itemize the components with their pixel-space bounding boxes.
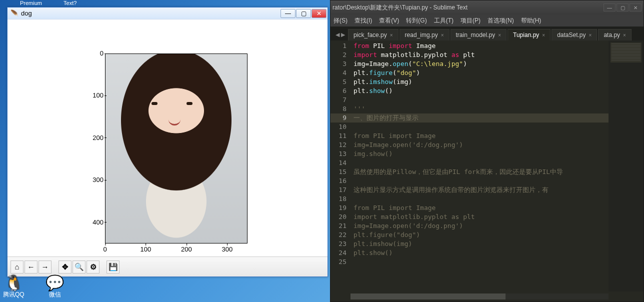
- menu-item[interactable]: 项目(P): [460, 16, 480, 25]
- line-number: 8: [330, 104, 346, 114]
- line-number: 6: [330, 86, 346, 96]
- sublime-minimap[interactable]: [608, 40, 644, 292]
- mpl-window-controls: — ▢ ✕: [280, 9, 326, 18]
- line-number: 4: [330, 68, 346, 78]
- tab-label: read_img.py: [405, 32, 438, 38]
- x-tick-label: 0: [103, 246, 106, 253]
- tab-label: ata.py: [604, 32, 620, 38]
- sublime-window-controls: — ▢ ✕: [604, 4, 642, 12]
- tab-close-icon[interactable]: ×: [623, 32, 626, 38]
- close-button[interactable]: ✕: [312, 9, 326, 18]
- toolbar-forward-button[interactable]: →: [38, 260, 52, 274]
- line-number: 18: [330, 194, 346, 204]
- y-tick-label: 300: [92, 176, 104, 184]
- menu-item[interactable]: 择(S): [334, 16, 348, 25]
- top-tab[interactable]: Premium: [20, 0, 42, 6]
- menu-item[interactable]: 查找(I): [354, 16, 372, 25]
- scrollbar-thumb[interactable]: [350, 294, 506, 300]
- line-number: 20: [330, 212, 346, 222]
- x-tick-label: 100: [140, 246, 152, 253]
- maximize-button[interactable]: ▢: [616, 4, 628, 12]
- line-number: 7: [330, 96, 346, 104]
- toolbar-save-button[interactable]: 💾: [106, 260, 120, 274]
- mpl-canvas[interactable]: 0100200300400 0100200300: [8, 20, 328, 256]
- toolbar-pan-button[interactable]: ✥: [58, 260, 72, 274]
- line-number: 17: [330, 186, 346, 194]
- top-tab[interactable]: Text?: [64, 0, 76, 6]
- mpl-titlebar[interactable]: 🪶 dog — ▢ ✕: [8, 8, 328, 20]
- image-axes[interactable]: [105, 54, 248, 244]
- line-number: 13: [330, 150, 346, 158]
- wechat-icon: 💬: [44, 274, 66, 290]
- sublime-editor[interactable]: 1234567891011121314151617181920212223242…: [330, 40, 644, 292]
- tab-close-icon[interactable]: ×: [390, 32, 393, 38]
- matplotlib-window: 🪶 dog — ▢ ✕ 0100200300400 0100200300 ⌂←→…: [7, 7, 328, 277]
- sublime-title: rator\Desktop\新建文件夹\Tupian.py - Sublime …: [332, 4, 468, 12]
- line-number: 11: [330, 132, 346, 140]
- tab-scroll-arrows[interactable]: ◀ ▶: [336, 32, 345, 38]
- tab-close-icon[interactable]: ×: [542, 32, 545, 38]
- shortcut-label: 微信: [49, 290, 61, 299]
- line-number: 21: [330, 222, 346, 230]
- line-gutter: 1234567891011121314151617181920212223242…: [330, 40, 350, 292]
- editor-tab[interactable]: pick_face.py×: [348, 29, 398, 40]
- tab-close-icon[interactable]: ×: [589, 32, 592, 38]
- sublime-text-window: rator\Desktop\新建文件夹\Tupian.py - Sublime …: [330, 0, 644, 302]
- line-number: 10: [330, 122, 346, 132]
- line-number: 5: [330, 78, 346, 86]
- shortcut-label: 腾讯QQ: [3, 290, 24, 299]
- sublime-tabbar: ◀ ▶ pick_face.py×read_img.py×train_model…: [330, 26, 644, 40]
- qq-shortcut[interactable]: 🐧 腾讯QQ: [3, 274, 24, 299]
- toolbar-config-button[interactable]: ⚙: [86, 260, 100, 274]
- x-tick-label: 300: [222, 246, 232, 253]
- minimap-viewport[interactable]: [610, 42, 642, 62]
- menu-item[interactable]: 查看(V): [379, 16, 399, 25]
- qq-icon: 🐧: [3, 274, 24, 290]
- toolbar-home-button[interactable]: ⌂: [10, 260, 24, 274]
- line-number: 1: [330, 42, 346, 50]
- menu-item[interactable]: 帮助(H): [521, 16, 542, 25]
- x-tick-label: 200: [181, 246, 192, 253]
- line-number: 23: [330, 240, 346, 248]
- y-tick-label: 400: [92, 218, 104, 226]
- y-tick-label: 100: [92, 92, 104, 99]
- line-number: 2: [330, 50, 346, 60]
- sublime-titlebar[interactable]: rator\Desktop\新建文件夹\Tupian.py - Sublime …: [330, 0, 644, 14]
- minimize-button[interactable]: —: [604, 4, 616, 12]
- editor-tab[interactable]: ata.py×: [598, 29, 632, 40]
- tab-close-icon[interactable]: ×: [498, 32, 501, 38]
- displayed-image: [106, 54, 247, 243]
- line-number: 19: [330, 204, 346, 212]
- line-number: 22: [330, 230, 346, 240]
- menu-item[interactable]: 转到(G): [406, 16, 426, 25]
- line-number: 24: [330, 248, 346, 258]
- tab-close-icon[interactable]: ×: [441, 32, 444, 38]
- tk-feather-icon: 🪶: [10, 10, 18, 17]
- maximize-button[interactable]: ▢: [296, 9, 311, 18]
- minimize-button[interactable]: —: [280, 9, 296, 18]
- editor-tab[interactable]: Tupian.py×: [508, 29, 550, 40]
- line-number: 12: [330, 140, 346, 150]
- toolbar-back-button[interactable]: ←: [24, 260, 38, 274]
- toolbar-zoom-button[interactable]: 🔍: [72, 260, 86, 274]
- editor-tab[interactable]: train_model.py×: [450, 29, 507, 40]
- line-number: 14: [330, 158, 346, 168]
- line-number: 9: [330, 114, 350, 122]
- line-number: 25: [330, 258, 346, 266]
- y-tick-label: 200: [92, 134, 104, 142]
- menu-item[interactable]: 首选项(N): [488, 16, 514, 25]
- code-area[interactable]: from PIL import Image import matplotlib.…: [350, 40, 644, 292]
- close-button[interactable]: ✕: [630, 4, 642, 12]
- line-number: 16: [330, 176, 346, 186]
- editor-tab[interactable]: dataSet.py×: [552, 29, 597, 40]
- line-number: 3: [330, 60, 346, 68]
- editor-tab[interactable]: read_img.py×: [400, 29, 450, 40]
- line-number: 15: [330, 168, 346, 176]
- tab-label: pick_face.py: [354, 32, 387, 38]
- y-tick-label: 0: [100, 50, 104, 57]
- horizontal-scrollbar[interactable]: [350, 294, 608, 300]
- desktop-shortcuts: 🐧 腾讯QQ 💬 微信: [3, 274, 66, 299]
- menu-item[interactable]: 工具(T): [434, 16, 454, 25]
- sublime-menubar: 择(S)查找(I)查看(V)转到(G)工具(T)项目(P)首选项(N)帮助(H): [330, 14, 644, 26]
- wechat-shortcut[interactable]: 💬 微信: [44, 274, 66, 299]
